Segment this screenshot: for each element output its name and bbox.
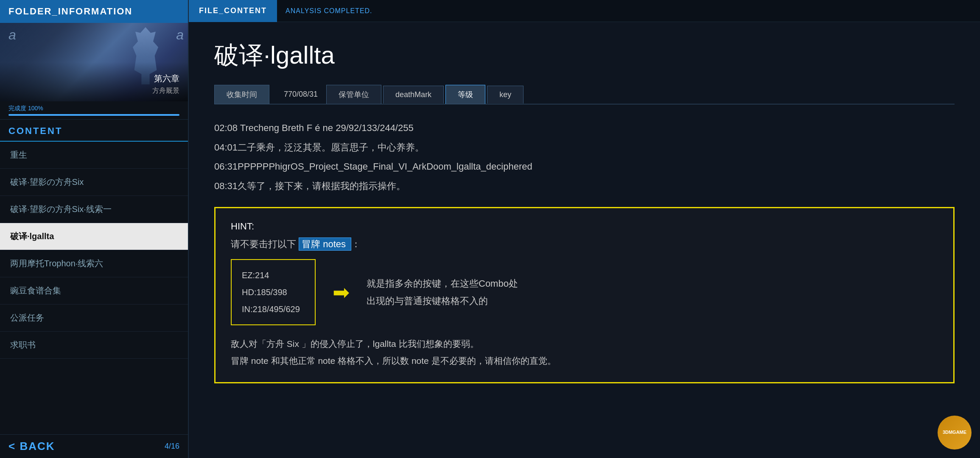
nav-list: 重生 破译·望影の方舟Six 破译·望影の方舟Six·线索一 破译·lgallt… bbox=[0, 142, 188, 434]
hint-highlight: 冒牌 notes bbox=[299, 237, 351, 251]
content-lines: 02:08 Trecheng Breth F é ne 29/92/133/24… bbox=[214, 120, 955, 194]
arrow-icon: ➡ bbox=[333, 280, 350, 304]
content-area: 破译·lgallta 收集时间 770/08/31 保管单位 deathMark… bbox=[189, 22, 980, 458]
tab-death-mark[interactable]: deathMark bbox=[383, 86, 444, 103]
chapter-title: 方舟厩景 bbox=[152, 87, 179, 95]
tab-date-value: 770/08/31 bbox=[275, 86, 326, 103]
nav-item-recipes[interactable]: 豌豆食谱合集 bbox=[0, 277, 188, 304]
sidebar: FOLDER_INFORMATION a a 第六章 方舟厩景 完成度 100%… bbox=[0, 0, 189, 458]
nav-item-resume[interactable]: 求职书 bbox=[0, 332, 188, 359]
hint-inner: EZ:214 HD:185/398 IN:218/495/629 ➡ 就是指多余… bbox=[231, 259, 938, 325]
notes-line-1: EZ:214 bbox=[242, 267, 305, 284]
chapter-label: 第六章 bbox=[154, 73, 179, 84]
notes-box: EZ:214 HD:185/398 IN:218/495/629 bbox=[231, 259, 316, 325]
notes-line-3: IN:218/495/629 bbox=[242, 301, 305, 318]
content-section-header: CONTENT bbox=[0, 120, 188, 142]
file-content-tab[interactable]: FILE_CONTENT bbox=[189, 0, 277, 22]
notes-line-2: HD:185/398 bbox=[242, 284, 305, 301]
content-line-3: 06:31PPPPPPhigrOS_Project_Stage_Final_VI… bbox=[214, 158, 955, 175]
tabs-row: 收集时间 770/08/31 保管单位 deathMark 等级 key bbox=[214, 85, 955, 104]
content-line-4: 08:31久等了，接下来，请根据我的指示操作。 bbox=[214, 178, 955, 195]
sidebar-header: FOLDER_INFORMATION bbox=[0, 0, 188, 23]
watermark: 3DM GAME bbox=[938, 416, 972, 450]
hint-footer: 敌人对「方舟 Six 」的侵入停止了，lgallta 比我们想象的要弱。 冒牌 … bbox=[231, 335, 938, 369]
content-line-1: 02:08 Trecheng Breth F é ne 29/92/133/24… bbox=[214, 120, 955, 137]
progress-bar bbox=[8, 114, 179, 116]
nav-item-rebirth[interactable]: 重生 bbox=[0, 142, 188, 169]
nav-item-mission[interactable]: 公派任务 bbox=[0, 304, 188, 332]
progress-label: 完成度 100% bbox=[8, 105, 179, 112]
tab-level[interactable]: 等级 bbox=[445, 85, 485, 104]
hint-description: 就是指多余的按键，在这些Combo处 出现的与普通按键格格不入的 bbox=[367, 275, 518, 310]
article-title: 破译·lgallta bbox=[214, 39, 955, 72]
nav-item-lgallta[interactable]: 破译·lgallta bbox=[0, 223, 188, 250]
progress-container: 完成度 100% bbox=[0, 101, 188, 120]
nav-item-six-clue1[interactable]: 破译·望影の方舟Six·线索一 bbox=[0, 196, 188, 223]
page-indicator: 4/16 bbox=[165, 442, 179, 451]
hint-box: HINT: 请不要击打以下 冒牌 notes ： EZ:214 HD:185/3… bbox=[214, 207, 955, 383]
tab-key[interactable]: key bbox=[487, 86, 524, 103]
main-content: FILE_CONTENT ANALYSIS COMPLETED. 破译·lgal… bbox=[189, 0, 980, 458]
tab-custodian[interactable]: 保管单位 bbox=[326, 85, 381, 104]
analysis-status: ANALYSIS COMPLETED. bbox=[286, 7, 372, 15]
hint-subtitle: 请不要击打以下 冒牌 notes ： bbox=[231, 238, 938, 251]
content-header-label: CONTENT bbox=[8, 126, 62, 136]
hint-subtitle-post: ： bbox=[351, 239, 361, 249]
nav-item-trophon[interactable]: 两用摩托Trophon·线索六 bbox=[0, 250, 188, 277]
nav-item-six[interactable]: 破译·望影の方舟Six bbox=[0, 169, 188, 196]
top-bar: FILE_CONTENT ANALYSIS COMPLETED. bbox=[189, 0, 980, 22]
progress-fill bbox=[8, 114, 179, 116]
tab-collection-time[interactable]: 收集时间 bbox=[214, 85, 269, 104]
hint-subtitle-pre: 请不要击打以下 bbox=[231, 239, 296, 249]
content-line-2: 04:01二子乘舟，泛泛其景。愿言思子，中心养养。 bbox=[214, 139, 955, 156]
hint-title: HINT: bbox=[231, 221, 938, 232]
back-button[interactable]: < BACK bbox=[8, 440, 55, 453]
sidebar-image: a a 第六章 方舟厩景 bbox=[0, 23, 188, 101]
sidebar-footer: < BACK 4/16 bbox=[0, 434, 188, 458]
sidebar-header-label: FOLDER_INFORMATION bbox=[8, 6, 132, 17]
